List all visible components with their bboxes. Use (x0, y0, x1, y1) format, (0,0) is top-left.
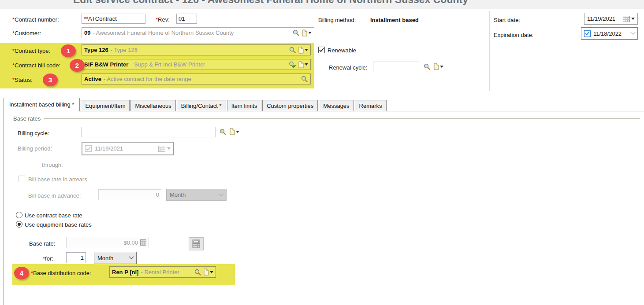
expiration-date-picker[interactable]: 11/18/2022 (581, 27, 638, 40)
tab-billing-contact[interactable]: Billing/Contact * (177, 100, 226, 111)
search-icon[interactable] (301, 75, 308, 83)
use-equipment-base-rates-label: Use equipment base rates (25, 221, 92, 228)
annotation-badge-1: 1 (61, 44, 76, 57)
renewable-checkbox[interactable] (318, 47, 325, 53)
base-distribution-desc: - Rental Printer (141, 269, 179, 276)
tab-messages[interactable]: Messages (319, 100, 354, 111)
calculator-icon (192, 239, 200, 248)
expiration-date-value: 11/18/2022 (593, 30, 622, 37)
base-rate-calculator-button (189, 237, 204, 250)
browse-list-icon[interactable] (203, 268, 213, 276)
for-label: *for: (43, 255, 53, 262)
title-strip: Edit service contract - 126 - Awesomest … (0, 0, 644, 9)
bill-advance-unit-select: Month (166, 189, 227, 201)
chevron-down-icon[interactable] (630, 30, 635, 35)
page-title: Edit service contract - 126 - Awesomest … (73, 0, 468, 6)
tab-miscellaneous[interactable]: Miscellaneous (130, 100, 175, 111)
calendar-icon[interactable] (623, 16, 630, 22)
tab-remarks[interactable]: Remarks (355, 100, 387, 111)
status-field[interactable]: Active - Active contract for the date ra… (82, 73, 311, 85)
tab-installment-based-billing[interactable]: Installment based billing * (4, 98, 80, 111)
tab-custom-properties[interactable]: Custom properties (262, 100, 318, 111)
browse-list-icon[interactable] (302, 29, 312, 37)
search-icon[interactable] (194, 268, 201, 276)
status-desc: - Active contract for the date range (104, 76, 191, 82)
contract-number-label: *Contract number: (12, 16, 59, 23)
dropdown-arrow-icon (236, 131, 239, 133)
bill-arrears-checkbox (19, 176, 25, 182)
through-label: through: (42, 162, 63, 168)
tab-bar: Installment based billing * Equipment/It… (4, 98, 387, 111)
start-date-value: 11/19/2021 (587, 15, 615, 22)
browse-list-icon[interactable] (229, 128, 239, 135)
use-contract-base-rate-label: Use contract base rate (25, 212, 82, 219)
customer-field[interactable]: 09 - Awesomest Funeral Home of Northern … (82, 27, 314, 38)
billing-period-picker: 11/19/2021 (82, 142, 174, 155)
base-distribution-code: Ren P [ni] (112, 269, 138, 276)
dropdown-arrow-icon (305, 63, 308, 66)
rev-label: *Rev: (156, 16, 170, 23)
start-date-label: Start date: (494, 17, 520, 23)
base-rate-value: $0.00 (123, 239, 138, 246)
dropdown-arrow-icon (308, 32, 312, 34)
contract-type-field[interactable]: Type 126 - Type 126 (82, 44, 311, 55)
billing-period-checkbox (85, 145, 92, 152)
for-input[interactable] (66, 252, 86, 263)
contract-number-input[interactable] (82, 14, 145, 24)
chevron-down-icon (129, 254, 134, 259)
base-distribution-code-field[interactable]: Ren P [ni] - Rental Printer (109, 266, 216, 278)
contract-bill-code-code: SIF B&W Printer (84, 61, 128, 68)
status-label: *Status: (12, 77, 33, 83)
bill-advance-label: Bill base in advance: (28, 192, 81, 199)
base-rate-input: $0.00 (66, 237, 149, 248)
contract-type-label: *Contract type: (12, 48, 50, 54)
annotation-badge-4: 4 (14, 267, 29, 279)
dropdown-arrow-icon (210, 271, 213, 273)
status-code: Active (84, 76, 101, 82)
dropdown-arrow-icon (167, 147, 171, 150)
base-rates-group-title: Base rates (13, 115, 41, 122)
search-icon[interactable] (292, 29, 300, 37)
customer-code: 09 (84, 29, 90, 36)
billing-period-label: Billing period: (18, 145, 52, 152)
browse-list-icon[interactable] (433, 63, 443, 70)
billing-method-value: Installment based (370, 17, 419, 23)
dropdown-arrow-icon (305, 49, 308, 51)
browse-list-icon[interactable] (298, 61, 308, 68)
expiration-date-checkbox[interactable] (584, 30, 591, 37)
edit-service-contract-window: Edit service contract - 126 - Awesomest … (0, 0, 644, 305)
base-distribution-code-label: *Base distribution code: (31, 270, 91, 276)
bill-advance-unit-value: Month (170, 191, 186, 198)
bill-advance-input (98, 189, 161, 200)
search-icon[interactable] (423, 63, 431, 70)
section-divider (489, 11, 490, 91)
billing-method-label: Billing method: (318, 17, 356, 23)
group-divider (44, 118, 640, 119)
contract-bill-code-field[interactable]: SIF B&W Printer - Supp & Frt Incl B&W Pr… (82, 59, 311, 70)
contract-bill-code-desc: - Supp & Frt Incl B&W Printer (130, 61, 205, 68)
start-date-picker[interactable]: 11/19/2021 (584, 13, 638, 25)
bill-arrears-label: Bill base rate in arrears (28, 176, 87, 183)
renewal-cycle-input[interactable] (373, 62, 419, 72)
chevron-down-icon (219, 191, 223, 196)
use-equipment-base-rates-radio[interactable] (16, 221, 22, 228)
calculator-icon (140, 239, 146, 246)
base-rate-label: Base rate: (29, 240, 55, 247)
annotation-badge-2: 2 (70, 59, 85, 72)
search-icon[interactable] (219, 128, 227, 136)
browse-list-icon[interactable] (298, 47, 308, 54)
dropdown-arrow-icon[interactable] (631, 18, 635, 20)
tab-equipment-item[interactable]: Equipment/Item (81, 100, 130, 111)
tab-item-limits[interactable]: Item limits (227, 100, 262, 111)
contract-type-desc: - Type 126 (111, 47, 138, 53)
billing-cycle-input[interactable] (82, 127, 216, 137)
contract-bill-code-label: *Contract bill code: (12, 62, 60, 69)
search-icon[interactable] (289, 46, 296, 54)
for-unit-select[interactable]: Month (94, 252, 137, 264)
annotation-badge-3: 3 (43, 73, 58, 86)
section-divider (315, 11, 315, 91)
renewable-label: Renewable (328, 47, 356, 54)
use-contract-base-rate-radio[interactable] (16, 212, 22, 218)
search-check-icon[interactable] (288, 61, 296, 68)
rev-input[interactable] (176, 14, 197, 24)
